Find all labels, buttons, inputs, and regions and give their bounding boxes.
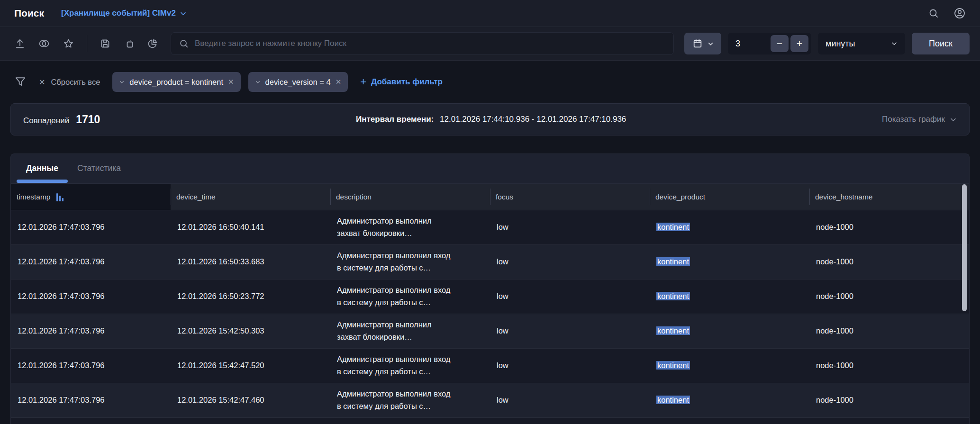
cell-device_hostname: node-1000 xyxy=(809,323,969,339)
matches-count: 1710 xyxy=(76,113,100,126)
cell-focus: low xyxy=(490,289,650,305)
favorite-button[interactable] xyxy=(63,38,74,49)
cell-device_time: 12.01.2026 16:50:33.683 xyxy=(171,254,330,270)
run-search-button[interactable]: Поиск xyxy=(912,33,970,54)
tab-data[interactable]: Данные xyxy=(17,162,68,183)
page-title: Поиск xyxy=(14,8,44,19)
save-button[interactable] xyxy=(100,38,111,49)
column-header-label: focus xyxy=(496,193,513,201)
column-header-label: timestamp xyxy=(17,193,51,201)
plus-icon: + xyxy=(360,76,366,88)
remove-filter-icon[interactable]: ✕ xyxy=(228,78,234,86)
chevron-down-icon xyxy=(180,10,187,17)
cell-focus: low xyxy=(490,323,650,339)
cell-description: Администратор выполнил вход в систему дл… xyxy=(330,386,490,414)
close-icon: ✕ xyxy=(39,78,45,87)
cell-device_product: kontinent xyxy=(650,254,809,270)
table-row[interactable]: 12.01.2026 17:47:03.79612.01.2026 15:42:… xyxy=(11,383,969,417)
column-header-device_hostname[interactable]: device_hostname xyxy=(809,184,969,210)
pie-chart-button[interactable] xyxy=(147,38,158,49)
cell-description: Администратор выполнил захват блокировки… xyxy=(330,213,490,241)
column-header-label: device_time xyxy=(176,193,216,201)
show-chart-button[interactable]: Показать график xyxy=(882,115,957,124)
search-toolbar: 3 − + минуты Поиск xyxy=(0,27,980,61)
cell-focus: low xyxy=(490,219,650,235)
results-panel: ДанныеСтатистика timestampdevice_timedes… xyxy=(10,153,970,424)
storage-selector[interactable]: [Хранилище событий] CIMv2 xyxy=(61,9,187,18)
interval-unit-select[interactable]: минуты xyxy=(818,33,905,54)
vertical-scrollbar[interactable] xyxy=(962,184,967,311)
column-header-description[interactable]: description xyxy=(330,184,490,210)
search-icon xyxy=(179,38,189,49)
time-interval: Интервал времени: 12.01.2026 17:44:10.93… xyxy=(100,115,882,124)
pie-chart-icon xyxy=(147,38,158,49)
filter-chip[interactable]: device_version = 4✕ xyxy=(248,72,348,92)
copy-icon xyxy=(123,38,135,49)
filter-chip-label: device_product = kontinent xyxy=(129,78,223,87)
star-icon xyxy=(63,38,74,49)
cell-device_time: 12.01.2026 16:50:40.141 xyxy=(171,219,330,235)
add-filter-button[interactable]: + Добавить фильтр xyxy=(360,76,443,88)
show-chart-label: Показать график xyxy=(882,115,945,124)
filter-chips: device_product = kontinent✕device_versio… xyxy=(112,72,348,92)
cell-description: Администратор выполнил вход в систему дл… xyxy=(330,282,490,310)
date-picker-button[interactable] xyxy=(684,33,721,54)
highlighted-value: kontinent xyxy=(656,257,690,266)
description-text: Администратор выполнил захват блокировки… xyxy=(337,319,452,343)
filter-bar: ✕ Сбросить все device_product = kontinen… xyxy=(0,61,980,103)
decrement-button[interactable]: − xyxy=(771,35,789,52)
copy-button[interactable] xyxy=(123,38,135,49)
cell-timestamp: 12.01.2026 17:47:03.796 xyxy=(11,219,171,235)
cell-device_time: 12.01.2026 15:42:47.520 xyxy=(171,358,330,374)
cell-device_product: kontinent xyxy=(650,323,809,339)
cell-device_hostname: node-1000 xyxy=(809,219,969,235)
cell-device_product: kontinent xyxy=(650,392,809,408)
query-input[interactable] xyxy=(195,39,666,48)
increment-button[interactable]: + xyxy=(790,35,808,52)
storage-selector-label: [Хранилище событий] CIMv2 xyxy=(61,9,176,18)
column-header-label: device_product xyxy=(655,193,705,201)
interval-value[interactable]: 3 xyxy=(735,39,769,49)
cell-device_hostname: node-1000 xyxy=(809,392,969,408)
filter-chip-label: device_version = 4 xyxy=(265,78,331,87)
cell-description: Администратор выполнил вход в систему дл… xyxy=(330,352,490,379)
time-interval-value: 12.01.2026 17:44:10.936 - 12.01.2026 17:… xyxy=(440,115,626,124)
column-header-device_product[interactable]: device_product xyxy=(650,184,809,210)
intersect-button[interactable] xyxy=(38,38,50,49)
table-row[interactable]: 12.01.2026 17:47:03.79612.01.2026 15:42:… xyxy=(11,314,969,348)
chevron-down-icon xyxy=(119,79,125,85)
tab-statistics[interactable]: Статистика xyxy=(68,162,130,183)
funnel-icon[interactable] xyxy=(14,76,27,88)
matches-label: Совпадений xyxy=(23,116,69,126)
upload-icon xyxy=(14,38,26,49)
highlighted-value: kontinent xyxy=(656,396,690,404)
summary-bar: Совпадений 1710 Интервал времени: 12.01.… xyxy=(10,103,970,135)
cell-device_hostname: node-1000 xyxy=(809,289,969,305)
cell-timestamp: 12.01.2026 17:47:03.796 xyxy=(11,254,171,270)
global-search-icon[interactable] xyxy=(928,8,939,19)
column-header-device_time[interactable]: device_time xyxy=(171,184,330,210)
table-row[interactable]: 12.01.2026 17:47:03.79612.01.2026 16:50:… xyxy=(11,244,969,279)
remove-filter-icon[interactable]: ✕ xyxy=(336,78,342,86)
export-button[interactable] xyxy=(14,38,26,49)
table-row[interactable]: 12.01.2026 17:47:03.79612.01.2026 16:50:… xyxy=(11,210,969,244)
calendar-icon xyxy=(692,38,703,49)
column-header-focus[interactable]: focus xyxy=(490,184,650,210)
query-field[interactable] xyxy=(171,32,674,55)
toolbar-separator xyxy=(87,35,87,52)
filter-chip[interactable]: device_product = kontinent✕ xyxy=(112,72,240,92)
description-text: Администратор выполнил вход в систему дл… xyxy=(337,353,452,378)
partial-row xyxy=(11,417,969,424)
table-body: 12.01.2026 17:47:03.79612.01.2026 16:50:… xyxy=(11,210,969,417)
user-profile-icon[interactable] xyxy=(953,7,966,19)
table-row[interactable]: 12.01.2026 17:47:03.79612.01.2026 15:42:… xyxy=(11,348,969,383)
cell-device_time: 12.01.2026 15:42:50.303 xyxy=(171,323,330,339)
table-row[interactable]: 12.01.2026 17:47:03.79612.01.2026 16:50:… xyxy=(11,279,969,314)
cell-description: Администратор выполнил захват блокировки… xyxy=(330,317,490,345)
cell-device_product: kontinent xyxy=(650,289,809,305)
column-header-timestamp[interactable]: timestamp xyxy=(11,184,171,210)
clear-all-filters-button[interactable]: ✕ Сбросить все xyxy=(39,78,100,87)
description-text: Администратор выполнил захват блокировки… xyxy=(337,215,452,239)
app-header: Поиск [Хранилище событий] CIMv2 xyxy=(0,0,980,27)
cell-description: Администратор выполнил вход в систему дл… xyxy=(330,248,490,276)
